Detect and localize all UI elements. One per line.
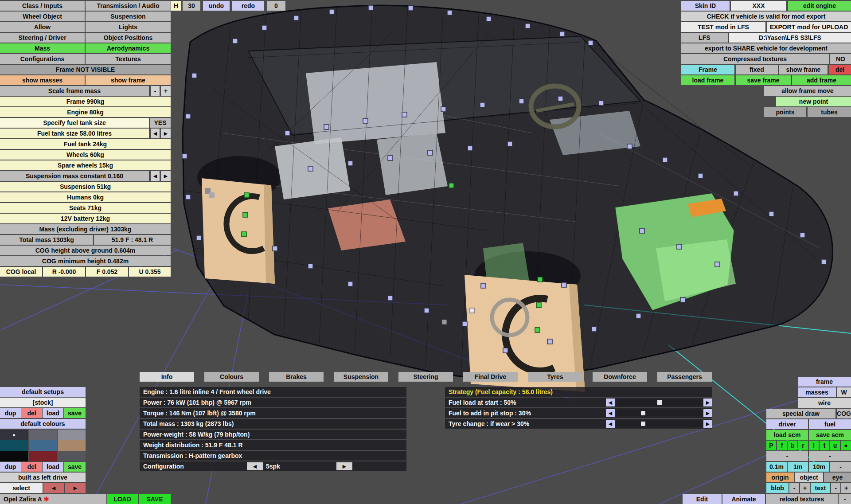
text-minus-button[interactable]: - — [831, 483, 840, 493]
fuel-load-decrease[interactable]: ◄ — [606, 399, 615, 406]
toggle-b-button[interactable]: b — [788, 441, 797, 450]
tab-tyres[interactable]: Tyres — [528, 372, 582, 382]
cog-u-value[interactable]: U 0.355 — [129, 267, 171, 277]
select-next-button[interactable]: ► — [65, 483, 86, 493]
category-mass-active[interactable]: Mass — [0, 43, 85, 53]
category-transmission-audio[interactable]: Transmission / Audio — [86, 1, 171, 11]
origin-mode-button[interactable]: origin — [766, 473, 794, 482]
tab-passengers[interactable]: Passengers — [657, 372, 712, 382]
toggle-dot-button[interactable]: ● — [841, 441, 851, 450]
export-mod-button[interactable]: EXPORT mod for UPLOAD — [767, 22, 851, 32]
save-scm-button[interactable]: save scm — [809, 430, 851, 440]
tyre-change-increase[interactable]: ► — [703, 420, 712, 428]
history-toggle-button[interactable]: H — [171, 1, 181, 11]
setup-del-button[interactable]: del — [21, 408, 42, 418]
new-point-button[interactable]: new point — [776, 97, 851, 106]
undo-button[interactable]: undo — [203, 1, 230, 11]
colour-save-button[interactable]: save — [64, 462, 86, 472]
lfs-folder-button[interactable]: LFS — [681, 33, 728, 43]
tab-brakes[interactable]: Brakes — [269, 372, 324, 382]
suspension-constant-increase[interactable]: ► — [161, 171, 171, 181]
frame-delete-button[interactable]: del — [829, 65, 851, 74]
default-colours-button[interactable]: default colours — [0, 419, 86, 429]
fuel-pit-increase[interactable]: ► — [703, 409, 712, 417]
redo-button[interactable]: redo — [232, 1, 264, 11]
test-mod-button[interactable]: TEST mod in LFS — [681, 22, 765, 32]
share-export-button[interactable]: export to SHARE vehicle for development — [681, 43, 851, 53]
text-size-button[interactable]: text — [811, 483, 830, 493]
fuel-load-slider[interactable] — [617, 399, 703, 406]
category-allow[interactable]: Allow — [0, 22, 85, 32]
cog-f-value[interactable]: F 0.052 — [86, 267, 128, 277]
tyre-change-slider[interactable] — [617, 421, 703, 427]
fuel-pit-decrease[interactable]: ◄ — [606, 409, 615, 417]
setup-dup-button[interactable]: dup — [0, 408, 21, 418]
fuel-pit-slider[interactable] — [617, 410, 703, 416]
tab-suspension[interactable]: Suspension — [334, 372, 388, 382]
category-configurations[interactable]: Configurations — [0, 54, 85, 64]
colour-dup-button[interactable]: dup — [0, 462, 21, 472]
spacer-minus-left[interactable]: - — [766, 451, 808, 461]
points-mode-button[interactable]: points — [764, 107, 806, 117]
suspension-constant-decrease[interactable]: ◄ — [151, 171, 160, 181]
humans-mass-field[interactable]: Humans 0kg — [0, 192, 171, 202]
colour-swatch-selected[interactable]: ● — [0, 430, 28, 440]
setup-save-button[interactable]: save — [64, 408, 86, 418]
toggle-u-button[interactable]: u — [830, 441, 840, 450]
spare-wheels-mass-field[interactable]: Spare wheels 15kg — [0, 160, 171, 170]
colour-del-button[interactable]: del — [21, 462, 42, 472]
colour-swatch[interactable] — [29, 440, 57, 451]
toggle-r-button[interactable]: r — [798, 441, 808, 450]
fuel-tank-size-increase[interactable]: ► — [161, 129, 171, 138]
tab-colours[interactable]: Colours — [204, 372, 259, 382]
blob-plus-button[interactable]: + — [800, 483, 810, 493]
show-masses-button[interactable]: show masses — [0, 75, 85, 85]
select-vehicle-button[interactable]: select — [0, 483, 43, 493]
tubes-mode-button[interactable]: tubes — [808, 107, 851, 117]
colour-swatch[interactable] — [29, 430, 57, 440]
lfs-path-value[interactable]: D:\Yasen\LFS S3\LFS — [729, 33, 851, 43]
animate-mode-button[interactable]: Animate — [722, 494, 765, 504]
category-steering-driver[interactable]: Steering / Driver — [0, 33, 85, 43]
tab-downforce[interactable]: Downforce — [593, 372, 647, 382]
save-frame-button[interactable]: save frame — [736, 75, 791, 85]
blob-size-button[interactable]: blob — [766, 483, 789, 493]
colour-swatch[interactable] — [58, 451, 86, 461]
show-frame-button[interactable]: show frame — [86, 75, 171, 85]
colour-swatch[interactable] — [58, 440, 86, 451]
category-wheel-object[interactable]: Wheel Object — [0, 12, 85, 21]
compressed-textures-toggle[interactable]: NO — [830, 54, 851, 64]
frame-mode-button[interactable]: Frame — [681, 65, 734, 74]
battery-mass-field[interactable]: 12V battery 12kg — [0, 214, 171, 223]
view-wire-button[interactable]: wire — [798, 398, 851, 408]
edit-engine-button[interactable]: edit engine — [788, 1, 851, 11]
skin-id-value[interactable]: XXX — [731, 1, 786, 11]
default-setups-button[interactable]: default setups — [0, 387, 86, 397]
category-aerodynamics[interactable]: Aerodynamics — [86, 43, 171, 53]
cog-r-value[interactable]: R -0.000 — [43, 267, 85, 277]
tyre-change-decrease[interactable]: ◄ — [606, 420, 615, 428]
load-scm-button[interactable]: load scm — [766, 430, 808, 440]
toggle-p-button[interactable]: P — [766, 441, 776, 450]
scale-frame-mass-minus-button[interactable]: - — [151, 86, 160, 96]
tab-info[interactable]: Info — [140, 372, 194, 382]
colour-swatch[interactable] — [29, 451, 57, 461]
colour-swatch[interactable] — [0, 440, 28, 451]
toggle-l-button[interactable]: l — [809, 441, 819, 450]
text-plus-button[interactable]: + — [841, 483, 851, 493]
setup-load-button[interactable]: load — [43, 408, 63, 418]
object-mode-button[interactable]: object — [795, 473, 823, 482]
specify-fuel-tank-toggle[interactable]: YES — [150, 118, 171, 128]
reload-textures-button[interactable]: reload textures — [766, 494, 838, 504]
view-driver-button[interactable]: driver — [766, 419, 808, 429]
current-setup-name[interactable]: [stock] — [0, 398, 86, 407]
load-vehicle-button[interactable]: LOAD — [107, 494, 138, 504]
configuration-prev-button[interactable]: ◄ — [247, 462, 263, 470]
special-draw-button[interactable]: special draw — [766, 409, 835, 418]
suspension-mass-field[interactable]: Suspension 51kg — [0, 182, 171, 191]
load-frame-button[interactable]: load frame — [681, 75, 734, 85]
category-object-positions[interactable]: Object Positions — [86, 33, 171, 43]
fuel-tank-mass-field[interactable]: Fuel tank 24kg — [0, 139, 171, 149]
category-lights[interactable]: Lights — [86, 22, 171, 32]
toggle-f-button[interactable]: f — [777, 441, 787, 450]
